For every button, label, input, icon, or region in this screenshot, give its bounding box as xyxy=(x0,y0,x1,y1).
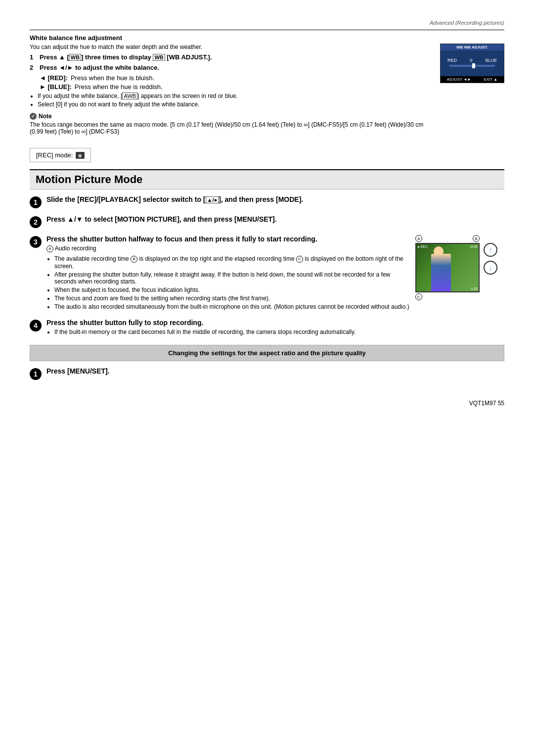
step3-text: Press the shutter button halfway to focu… xyxy=(46,235,409,312)
step3-camera-area: A B ● REC 1h35 1:33 xyxy=(415,235,480,300)
wb-step1-number: 1 xyxy=(30,53,36,61)
wb-red-color-label: RED xyxy=(447,58,457,63)
page-footer: VQT1M97 55 xyxy=(30,400,504,407)
note-label-text: Note xyxy=(39,113,52,120)
step3-container: 3 Press the shutter button halfway to fo… xyxy=(30,235,504,312)
camera-overlay-bottom: 1:33 xyxy=(471,287,478,290)
bottom-step1-container: 1 Press [MENU/SET]. xyxy=(30,367,504,380)
grey-banner: Changing the settings for the aspect rat… xyxy=(30,345,504,361)
a-circle: A xyxy=(415,235,422,242)
camera-elapsed-time: 1:33 xyxy=(471,287,478,290)
camera-rec-indicator: ● REC xyxy=(417,245,428,248)
step2-content: Press ▲/▼ to select [MOTION PICTURE], an… xyxy=(46,215,504,225)
step3-title: Press the shutter button halfway to focu… xyxy=(46,235,409,243)
step3-image-group: A B ● REC 1h35 1:33 xyxy=(415,235,504,300)
awb-icon: AWB xyxy=(122,93,137,99)
wb-step2-text: Press ◄/► to adjust the white balance. xyxy=(40,64,159,71)
b-circle: B xyxy=(473,235,480,242)
wb-content: You can adjust the hue to match the wate… xyxy=(30,44,504,140)
rec-mode-label: [REC] mode: xyxy=(36,151,73,159)
rec-mode-container: [REC] mode: ▦ xyxy=(30,148,504,166)
wb-adjust-label: ADJUST ◄► xyxy=(447,77,471,82)
wb-image-top-bar: WB WB ADJUST. xyxy=(441,44,504,50)
step4-circle: 4 xyxy=(30,320,42,331)
wb-adjust-display-icon: WB xyxy=(153,54,165,61)
wb-item-red: ◄ [RED]: Press when the hue is bluish. xyxy=(40,74,432,82)
step1-title: Slide the [REC]/[PLAYBACK] selector swit… xyxy=(46,195,504,203)
step2-title: Press ▲/▼ to select [MOTION PICTURE], an… xyxy=(46,215,504,223)
rec-mode-icon: ▦ xyxy=(76,152,85,159)
label-c-bottom: C xyxy=(415,293,480,300)
wb-bullet-1: If you adjust the white balance, [AWB] a… xyxy=(38,93,432,99)
step3-bullet-4: The focus and zoom are fixed to the sett… xyxy=(54,295,409,302)
camera-time-remaining: 1h35 xyxy=(470,245,478,248)
step2-circle: 2 xyxy=(30,216,42,228)
label-a-top: A xyxy=(415,235,422,242)
motion-picture-title: Motion Picture Mode xyxy=(36,173,498,186)
step3-bullet-3: When the subject is focused, the focus i… xyxy=(54,286,409,293)
step1-content: Slide the [REC]/[PLAYBACK] selector swit… xyxy=(46,195,504,205)
camera-person-body xyxy=(431,254,451,292)
bottom-step1-circle: 1 xyxy=(30,368,42,380)
wb-slider-indicator xyxy=(472,63,475,68)
wb-value: 0 xyxy=(470,58,472,63)
wb-section-title: White balance fine adjustment xyxy=(30,34,504,42)
step4-content: Press the shutter button fully to stop r… xyxy=(46,319,504,337)
wb-step1-text: Press ▲ [WB] three times to display WB [… xyxy=(40,53,212,61)
rec-mode-box: [REC] mode: ▦ xyxy=(30,148,91,162)
step3-image-area: A B ● REC 1h35 1:33 xyxy=(415,235,504,300)
step3-bullet-1: The available recording time B is displa… xyxy=(54,255,409,270)
wb-bullet-2: Select [0] if you do not want to finely … xyxy=(38,101,432,108)
camera-screen: ● REC 1h35 1:33 xyxy=(415,243,480,292)
step2-container: 2 Press ▲/▼ to select [MOTION PICTURE], … xyxy=(30,215,504,228)
wb-image: WB WB ADJUST. RED 0 BLUE ADJUST ◄► EXIT … xyxy=(440,44,504,83)
step3-bullet-5: The audio is also recorded simultaneousl… xyxy=(54,303,409,310)
bottom-step1-content: Press [MENU/SET]. xyxy=(46,367,504,377)
step3-circle: 3 xyxy=(30,236,42,248)
wb-items-list: ◄ [RED]: Press when the hue is bluish. ►… xyxy=(40,74,432,91)
wb-bullets: If you adjust the white balance, [AWB] a… xyxy=(38,93,432,108)
step3-content: Press the shutter button halfway to focu… xyxy=(46,235,504,312)
wb-note: ✓ Note The focus range becomes the same … xyxy=(30,113,432,135)
wb-red-label: ◄ [RED]: xyxy=(40,74,68,82)
wb-step2-number: 2 xyxy=(30,64,36,71)
wb-blue-desc: Press when the hue is reddish. xyxy=(75,83,163,91)
wb-step1: 1 Press ▲ [WB] three times to display WB… xyxy=(30,53,432,61)
note-text: The focus range becomes the same as macr… xyxy=(30,121,432,135)
page-header-right: Advanced (Recording pictures) xyxy=(30,20,504,26)
camera-overlay-top: ● REC 1h35 xyxy=(417,245,478,248)
wb-section: White balance fine adjustment You can ad… xyxy=(30,30,504,140)
wb-blue-color-label: BLUE xyxy=(485,58,497,63)
step4-bullet-1: If the built-in memory or the card becom… xyxy=(54,329,504,335)
wb-item-blue: ► [BLUE]: Press when the hue is reddish. xyxy=(40,83,432,91)
note-dot-icon: ✓ xyxy=(30,113,37,120)
selector-icon: ▲/● xyxy=(206,196,219,203)
step1-container: 1 Slide the [REC]/[PLAYBACK] selector sw… xyxy=(30,195,504,208)
step3-audio-label: A Audio recording xyxy=(46,245,409,252)
wb-step2: 2 Press ◄/► to adjust the white balance. xyxy=(30,64,432,71)
step3-bullets: The available recording time B is displa… xyxy=(54,255,409,310)
step3-b-circle: B xyxy=(131,256,137,263)
step3-c-circle: C xyxy=(296,256,303,263)
label-b-top: B xyxy=(473,235,480,242)
wb-blue-label: ► [BLUE]: xyxy=(40,83,72,91)
wb-image-inner: RED 0 BLUE xyxy=(441,50,504,76)
wb-red-desc: Press when the hue is bluish. xyxy=(71,74,154,82)
wb-image-bottom: ADJUST ◄► EXIT ▲ xyxy=(441,76,504,83)
wb-exit-label: EXIT ▲ xyxy=(484,77,497,82)
motion-picture-heading: Motion Picture Mode xyxy=(30,169,504,189)
step3-inner: Press the shutter button halfway to focu… xyxy=(46,235,504,312)
bottom-step1-title: Press [MENU/SET]. xyxy=(46,367,504,375)
step4-title: Press the shutter button fully to stop r… xyxy=(46,319,504,327)
wb-slider-track xyxy=(449,65,495,67)
wb-text: You can adjust the hue to match the wate… xyxy=(30,44,432,140)
step3-icons-col: ↑ ↓ xyxy=(484,235,497,275)
note-label: ✓ Note xyxy=(30,113,432,120)
step4-container: 4 Press the shutter button fully to stop… xyxy=(30,319,504,337)
step3-a-circle: A xyxy=(46,245,53,252)
step4-bullets: If the built-in memory or the card becom… xyxy=(54,329,504,335)
c-circle: C xyxy=(415,293,422,300)
wb-intro: You can adjust the hue to match the wate… xyxy=(30,44,432,50)
wb-color-labels: RED 0 BLUE xyxy=(444,58,501,63)
step3-ab-labels: A B xyxy=(415,235,480,242)
